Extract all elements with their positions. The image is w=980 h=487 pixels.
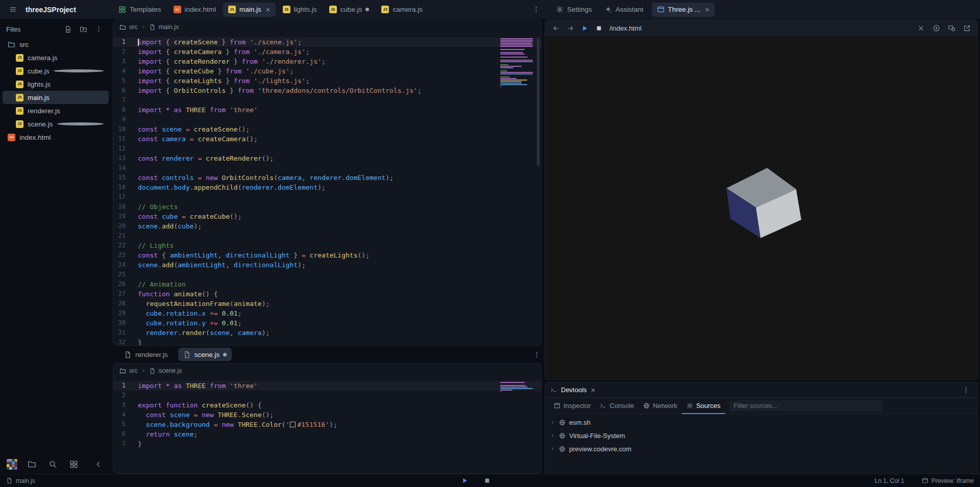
assistant-button[interactable]: Assistant [600,3,648,17]
code-line[interactable]: 8import * as THREE from 'three' [113,105,541,115]
code-line[interactable]: 17 [113,192,541,202]
apps-button[interactable] [67,457,80,471]
code-line[interactable]: 19const cube = createCube(); [113,212,541,221]
breadcrumb-folder[interactable]: src [129,367,138,374]
code-line[interactable]: 11const camera = createCamera(); [113,134,541,144]
breadcrumb-file[interactable]: main.js [159,23,179,31]
code-line[interactable]: 1import { createScene } from './scene.js… [113,37,541,47]
code-line[interactable]: 3export function createScene() { [113,400,541,410]
preview-url[interactable]: /index.html [609,24,642,32]
code-line[interactable]: 9 [113,115,541,124]
file-src[interactable]: src [3,38,109,51]
tab-cube-js[interactable]: JScube.js [324,3,375,17]
file-renderer-js[interactable]: JSrenderer.js [3,104,109,117]
statusbar-filename[interactable]: main.js [16,477,35,484]
run-button[interactable] [458,474,471,487]
code-line[interactable]: 15const controls = new OrbitControls(cam… [113,173,541,183]
devtools-tab-console[interactable]: Console [595,398,639,414]
code-line[interactable]: 13const renderer = createRenderer(); [113,153,541,163]
code-line[interactable]: 5import { createLights } from './lights.… [113,76,541,86]
code-line[interactable]: 24scene.add(ambientLight, directionalLig… [113,260,541,270]
inspect-button[interactable] [929,22,943,35]
source-virtual-file-system[interactable]: Virtual-File-System [545,429,977,442]
tab-threejs-preview[interactable]: Three.js ... × [652,3,715,17]
code-line[interactable]: 18// Objects [113,202,541,212]
file-main-js[interactable]: JSmain.js [3,91,109,104]
code-editor-secondary[interactable]: 1import * as THREE from 'three'23export … [113,378,541,473]
code-editor-main[interactable]: 1import { createScene } from './scene.js… [113,34,541,345]
cursor-position[interactable]: Ln 1, Col 1 [875,477,904,484]
close-icon[interactable]: × [705,6,709,13]
code-line[interactable]: 20scene.add(cube); [113,221,541,231]
code-line[interactable]: 16document.body.appendChild(renderer.dom… [113,183,541,192]
code-line[interactable]: 21 [113,231,541,241]
preview-viewport[interactable] [545,37,977,379]
stop-button[interactable] [480,474,494,487]
tab-camera-js[interactable]: JScamera.js [376,3,428,17]
devtools-more-button[interactable] [959,383,972,397]
close-icon[interactable]: × [266,6,271,13]
code-line[interactable]: 1import * as THREE from 'three' [113,381,541,391]
forward-button[interactable] [564,22,577,35]
scrollbar[interactable] [537,38,540,166]
code-line[interactable]: 7} [113,439,541,449]
stop-button[interactable] [592,22,605,35]
code-line[interactable]: 7 [113,95,541,105]
code-line[interactable]: 12 [113,144,541,153]
code-line[interactable]: 4 const scene = new THREE.Scene(); [113,410,541,420]
code-line[interactable]: 6 return scene; [113,429,541,439]
code-line[interactable]: 2 [113,391,541,400]
file-cube-js[interactable]: JScube.js [3,64,109,78]
bottom-tabs-overflow-button[interactable] [530,348,543,361]
devtools-tab-sources[interactable]: Sources [682,398,725,414]
code-line[interactable]: 30 cube.rotation.y += 0.01; [113,318,541,328]
files-panel-button[interactable] [25,457,38,471]
code-line[interactable]: 25 [113,270,541,279]
file-scene-js[interactable]: JSscene.js [3,117,109,131]
devtools-tab-inspector[interactable]: Inspector [549,398,595,414]
minimap[interactable] [500,382,534,393]
avatar[interactable] [7,459,17,470]
file-lights-js[interactable]: JSlights.js [3,78,109,91]
code-line[interactable]: 6import { OrbitControls } from 'three/ad… [113,86,541,95]
source-preview-codevre-com[interactable]: preview.codevre.com [545,442,977,455]
devtools-title[interactable]: Devtools [561,386,587,394]
files-more-button[interactable] [92,22,105,36]
file-index-html[interactable]: <>index.html [3,131,109,144]
file-camera-js[interactable]: JScamera.js [3,51,109,64]
preview-mode[interactable]: Preview: Iframe [922,477,974,484]
new-file-button[interactable] [61,22,75,36]
tab-renderer-js[interactable]: renderer.js [119,348,173,361]
code-line[interactable]: 29 cube.rotation.x += 0.01; [113,309,541,318]
new-folder-button[interactable] [77,22,90,36]
code-line[interactable]: 31 renderer.render(scene, camera); [113,328,541,338]
code-line[interactable]: 4import { createCube } from './cube.js'; [113,66,541,76]
collapse-sidebar-button[interactable] [91,457,105,471]
close-icon[interactable]: × [591,386,596,394]
code-line[interactable]: 28 requestAnimationFrame(animate); [113,299,541,309]
back-button[interactable] [549,22,562,35]
code-line[interactable]: 27function animate() { [113,289,541,299]
minimap[interactable] [500,38,534,87]
code-line[interactable]: 10const scene = createScene(); [113,124,541,134]
source-esm-sh[interactable]: esm.sh [545,416,977,429]
breadcrumb-folder[interactable]: src [129,23,138,31]
settings-button[interactable]: Settings [552,3,596,17]
tab-main-js[interactable]: JSmain.js× [223,3,276,17]
tab-templates[interactable]: Templates [113,3,166,17]
code-line[interactable]: 3import { createRenderer } from './rende… [113,57,541,66]
menu-button[interactable] [6,3,19,16]
devtools-tab-network[interactable]: Network [639,398,682,414]
tab-index-html[interactable]: <>index.html [168,3,222,17]
code-line[interactable]: 23const { ambientLight, directionalLight… [113,250,541,260]
breadcrumb-file[interactable]: scene.js [159,367,182,374]
devices-button[interactable] [945,22,958,35]
code-line[interactable]: 26// Animation [113,279,541,289]
tabs-overflow-button[interactable] [529,3,543,16]
close-preview-button[interactable] [914,22,927,35]
code-line[interactable]: 22// Lights [113,241,541,250]
filter-sources-input[interactable] [729,400,883,412]
code-line[interactable]: 2import { createCamera } from './camera.… [113,47,541,57]
tab-scene-js[interactable]: scene.js [178,348,232,361]
code-line[interactable]: 14 [113,163,541,173]
